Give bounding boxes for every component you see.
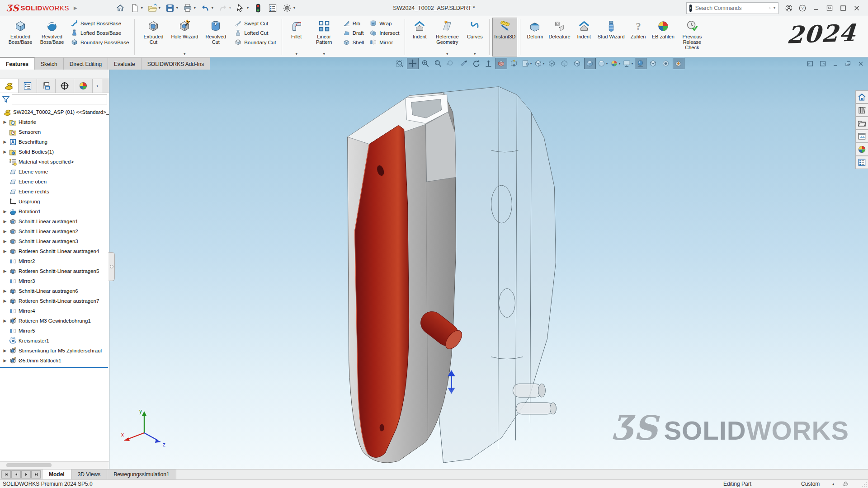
taskpane-custom-properties-button[interactable]	[855, 156, 868, 169]
perspective-cube-button[interactable]	[647, 58, 659, 69]
dropdown-caret-icon[interactable]: ▾	[247, 6, 249, 10]
tree-item[interactable]: Ebene oben	[0, 177, 109, 187]
tree-item[interactable]: ▶Schnitt-Linear austragen1	[0, 216, 109, 226]
tree-item[interactable]: Mirror5	[0, 326, 109, 336]
taskpane-home-button[interactable]	[855, 90, 868, 103]
section-view-button[interactable]	[495, 58, 507, 69]
search-icon[interactable]	[769, 5, 771, 11]
scrollbar-thumb[interactable]	[6, 463, 52, 467]
intersect-button[interactable]: Intersect	[368, 28, 401, 38]
display-shaded-edges-button[interactable]	[571, 58, 583, 69]
tree-item[interactable]: Mirror3	[0, 276, 109, 286]
curves-button[interactable]: Curves▾	[463, 18, 486, 56]
dropdown-caret-icon[interactable]: ▾	[474, 52, 476, 56]
taskpane-design-library-button[interactable]	[855, 103, 868, 117]
zoom-area-button[interactable]	[432, 58, 444, 69]
doc-close-button[interactable]	[857, 60, 864, 67]
expand-arrow-icon[interactable]: ▶	[2, 239, 8, 244]
wrap-button[interactable]: cdWrap	[368, 19, 401, 28]
fillet-button[interactable]: Fillet▾	[285, 18, 308, 56]
expand-arrow-icon[interactable]: ▶	[2, 358, 8, 363]
panel-tab-configurationmanager[interactable]	[37, 79, 56, 93]
part-model-svg[interactable]	[109, 70, 868, 469]
resize-grip[interactable]	[862, 482, 867, 487]
save-button[interactable]: ▾	[163, 2, 180, 14]
dropdown-caret-icon[interactable]: ▾	[212, 6, 213, 10]
doc-restore-button[interactable]	[844, 60, 852, 67]
tab-sketch[interactable]: Sketch	[35, 57, 64, 70]
first-tab-button[interactable]	[1, 470, 11, 479]
panel-splitter-handle[interactable]	[108, 252, 115, 281]
zählen-button[interactable]: ?Zählen	[627, 18, 650, 56]
expand-arrow-icon[interactable]: ▶	[2, 219, 8, 224]
doc-tab-3d-views[interactable]: 3D Views	[71, 469, 107, 479]
pane-collapse-left-button[interactable]	[807, 60, 814, 67]
rebuild-button[interactable]	[251, 2, 265, 14]
swept-cut-button[interactable]: Swept Cut	[232, 19, 278, 28]
expand-arrow-icon[interactable]: ▶	[2, 249, 8, 253]
select-cursor-button[interactable]: ▾	[234, 2, 250, 14]
pan-button[interactable]	[407, 58, 419, 69]
tree-item[interactable]: ▶Rotation1	[0, 206, 109, 216]
prev-tab-button[interactable]	[11, 470, 21, 479]
display-settings-button[interactable]: ▾	[622, 58, 634, 69]
tree-item[interactable]: Mirror4	[0, 306, 109, 316]
taskpane-view-palette-button[interactable]	[855, 130, 868, 143]
tree-item[interactable]: Ebene rechts	[0, 187, 109, 197]
new-document-button[interactable]: ▾	[128, 2, 145, 14]
dropdown-caret-icon[interactable]: ▾	[293, 6, 295, 10]
dropdown-caret-icon[interactable]: ▾	[530, 62, 532, 66]
expand-arrow-icon[interactable]: ▶	[2, 348, 8, 353]
swept-boss-base-button[interactable]: Swept Boss/Base	[69, 19, 131, 28]
tab-solidworks-add-ins[interactable]: SOLIDWORKS Add-Ins	[142, 57, 210, 70]
boundary-boss-base-button[interactable]: Boundary Boss/Base	[69, 38, 131, 47]
lofted-boss-base-button[interactable]: Lofted Boss/Base	[69, 28, 131, 38]
part-model-3d[interactable]	[109, 70, 868, 469]
panel-tab-displaymanager[interactable]	[74, 79, 93, 93]
tree-item[interactable]: Ebene vorne	[0, 167, 109, 177]
boundary-cut-button[interactable]: Boundary Cut	[232, 38, 278, 47]
annotation-visibility-button[interactable]: A	[508, 58, 520, 69]
panel-flyout-expand-button[interactable]: ›	[93, 79, 102, 93]
mirror-button[interactable]: Mirror	[368, 38, 401, 47]
settings-gear-button[interactable]: ▾	[280, 2, 297, 14]
extruded-cut-button[interactable]: Extruded Cut	[137, 18, 169, 56]
expand-arrow-icon[interactable]: ▶	[2, 229, 8, 234]
appearance-button[interactable]: ▾	[597, 58, 609, 69]
display-wireframe-button[interactable]	[546, 58, 558, 69]
instant3d-button[interactable]: Instant3D	[492, 18, 517, 56]
previous-view-button[interactable]	[445, 58, 457, 69]
rib-button[interactable]: Rib	[341, 19, 366, 28]
hole-wizard-button[interactable]: Hole Wizard▾	[169, 18, 200, 56]
tab-direct-editing[interactable]: Direct Editing	[64, 57, 108, 70]
expand-arrow-icon[interactable]: ▶	[2, 140, 8, 144]
normal-to-button[interactable]	[483, 58, 495, 69]
tree-item[interactable]: ▶Rotieren Schnitt-Linear austragen5	[0, 266, 109, 276]
last-tab-button[interactable]	[31, 470, 41, 479]
search-commands-box[interactable]: › ▾	[686, 2, 778, 14]
expand-arrow-icon[interactable]: ▶	[2, 289, 8, 293]
tree-item[interactable]: ▶Ø5.0mm Stiftloch1	[0, 356, 109, 366]
tree-item[interactable]: ▶Solid Bodies(1)	[0, 147, 109, 157]
camera-button[interactable]	[660, 58, 672, 69]
doc-tab-model[interactable]: Model	[42, 469, 71, 479]
tree-item[interactable]: Sensoren	[0, 127, 109, 137]
tab-evaluate[interactable]: Evaluate	[108, 57, 142, 70]
lofted-cut-button[interactable]: Lofted Cut	[232, 28, 278, 38]
shell-button[interactable]: Shell	[341, 38, 366, 47]
rotate-view-button[interactable]	[470, 58, 482, 69]
redo-button[interactable]: ▾	[216, 2, 233, 14]
expand-arrow-icon[interactable]: ▶	[2, 120, 8, 124]
dock-window-button[interactable]	[824, 3, 835, 14]
3d-drawing-view-button[interactable]: ▾	[521, 58, 533, 69]
display-shaded-button[interactable]	[584, 58, 596, 69]
tree-item[interactable]: ▶Rotieren Schnitt-Linear austragen4	[0, 246, 109, 256]
reference-geometry-button[interactable]: Reference Geometry▾	[431, 18, 463, 56]
tab-features[interactable]: Features	[0, 57, 35, 70]
tree-item[interactable]: Ursprung	[0, 197, 109, 206]
zoom-fit-button[interactable]	[394, 58, 406, 69]
tree-item[interactable]: ▶Historie	[0, 117, 109, 127]
zoom-in-out-button[interactable]	[420, 58, 431, 69]
dropdown-caret-icon[interactable]: ▾	[619, 62, 621, 66]
dropdown-caret-icon[interactable]: ▾	[141, 6, 143, 10]
